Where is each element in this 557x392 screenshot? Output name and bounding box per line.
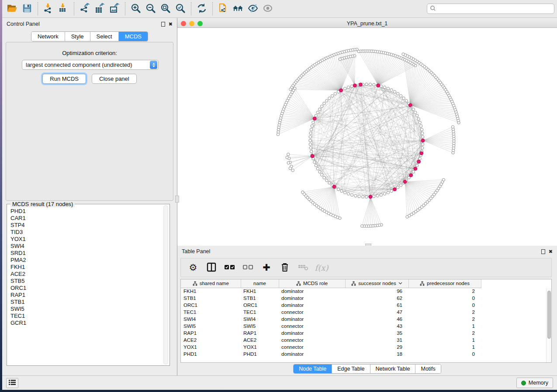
trash-icon bbox=[280, 262, 289, 273]
new-network-from-selection-button[interactable] bbox=[216, 2, 231, 16]
import-network-button[interactable] bbox=[41, 2, 56, 16]
run-mcds-button[interactable]: Run MCDS bbox=[42, 74, 86, 84]
table-row[interactable]: STB1STB1dominator620 bbox=[181, 295, 481, 302]
select-all-rows-button[interactable] bbox=[224, 261, 236, 274]
close-panel-button[interactable]: Close panel bbox=[92, 74, 137, 84]
table-row[interactable]: RAP1RAP1dominator352 bbox=[181, 330, 481, 337]
table-row[interactable]: FKH1FKH1dominator962 bbox=[181, 288, 481, 295]
list-item[interactable]: TID3 bbox=[10, 229, 161, 236]
tab-select[interactable]: Select bbox=[90, 32, 119, 41]
delete-table-button[interactable] bbox=[297, 261, 309, 274]
list-item[interactable]: RAP1 bbox=[10, 292, 161, 299]
export-image-button[interactable] bbox=[107, 2, 122, 16]
table-scrollbar-thumb[interactable] bbox=[547, 291, 551, 339]
list-item[interactable]: SRD1 bbox=[10, 250, 161, 257]
column-header-shared-name[interactable]: shared name bbox=[181, 279, 241, 288]
vertical-splitter-handle[interactable] bbox=[175, 196, 179, 203]
float-panel-icon[interactable] bbox=[541, 249, 545, 254]
list-item[interactable]: STB1 bbox=[10, 299, 161, 306]
list-item[interactable]: YOX1 bbox=[10, 236, 161, 243]
column-header-successor-nodes[interactable]: successor nodes bbox=[345, 279, 408, 288]
export-image-icon bbox=[109, 3, 120, 15]
list-item[interactable]: CAR1 bbox=[10, 215, 161, 222]
refresh-layout-button[interactable] bbox=[194, 2, 209, 16]
search-input[interactable] bbox=[438, 6, 551, 12]
column-header-name[interactable]: name bbox=[241, 279, 279, 288]
table-row[interactable]: SWI4SWI4dominator462 bbox=[181, 316, 481, 323]
list-item[interactable]: SWI5 bbox=[10, 306, 161, 313]
mcds-list-scrollbar[interactable] bbox=[163, 205, 168, 364]
delete-column-button[interactable] bbox=[279, 261, 291, 274]
export-network-button[interactable] bbox=[77, 2, 92, 16]
close-panel-icon[interactable]: ✖ bbox=[169, 22, 173, 27]
first-neighbors-button[interactable] bbox=[231, 2, 246, 16]
tab-network[interactable]: Network bbox=[31, 32, 65, 41]
tab-network-table[interactable]: Network Table bbox=[370, 364, 416, 373]
tree-icon bbox=[420, 281, 425, 286]
table-delete-icon bbox=[298, 263, 308, 272]
list-item[interactable]: ORC1 bbox=[10, 285, 161, 292]
export-table-button[interactable] bbox=[92, 2, 107, 16]
open-file-button[interactable] bbox=[5, 2, 20, 16]
eye-slash-icon bbox=[248, 3, 258, 15]
optimization-criterion-label: Optimization criterion: bbox=[6, 50, 173, 56]
list-item[interactable]: GCR1 bbox=[10, 320, 161, 327]
tab-style[interactable]: Style bbox=[65, 32, 90, 41]
table-row[interactable]: PHD1PHD1dominator180 bbox=[181, 351, 481, 358]
table-row[interactable]: ACE2ACE2connector311 bbox=[181, 337, 481, 344]
table-panel: Table Panel ✖ ⚙ ✚ f(x) bbox=[177, 246, 557, 375]
table-panel-header: Table Panel ✖ bbox=[177, 246, 557, 257]
list-item[interactable]: ACE2 bbox=[10, 271, 161, 278]
zoom-out-icon bbox=[145, 3, 156, 15]
table-toolbar: ⚙ ✚ f(x) bbox=[180, 258, 552, 277]
import-table-button[interactable] bbox=[56, 2, 71, 16]
float-panel-icon[interactable] bbox=[161, 22, 165, 27]
network-titlebar[interactable]: YPA_prune.txt_1 bbox=[177, 19, 557, 28]
list-item[interactable]: STB5 bbox=[10, 278, 161, 285]
table-row[interactable]: ORC1ORC1dominator610 bbox=[181, 302, 481, 309]
zoom-selected-button[interactable] bbox=[173, 2, 188, 16]
show-all-button[interactable] bbox=[260, 2, 275, 16]
zoom-in-button[interactable] bbox=[128, 2, 143, 16]
list-item[interactable]: PMA2 bbox=[10, 257, 161, 264]
function-builder-button[interactable]: f(x) bbox=[315, 261, 328, 274]
network-canvas[interactable] bbox=[177, 28, 557, 246]
deselect-all-rows-button[interactable] bbox=[242, 261, 254, 274]
close-panel-icon[interactable]: ✖ bbox=[549, 249, 553, 254]
list-item[interactable]: SWI4 bbox=[10, 243, 161, 250]
memory-button[interactable]: Memory bbox=[516, 378, 553, 388]
table-row[interactable]: SWI5SWI5connector431 bbox=[181, 323, 481, 330]
list-item[interactable]: PHD1 bbox=[10, 208, 161, 215]
task-history-button[interactable] bbox=[6, 378, 18, 388]
add-column-button[interactable]: ✚ bbox=[260, 261, 273, 274]
table-scrollbar[interactable] bbox=[546, 288, 551, 362]
table-row[interactable]: YOX1YOX1connector291 bbox=[181, 344, 481, 351]
table-row[interactable]: TEC1TEC1connector472 bbox=[181, 309, 481, 316]
column-header-predecessor-nodes[interactable]: predecessor nodes bbox=[408, 279, 481, 288]
search-field[interactable] bbox=[427, 3, 554, 14]
gear-icon: ⚙ bbox=[189, 262, 197, 273]
column-header-mcds-role[interactable]: MCDS role bbox=[279, 279, 345, 288]
tab-mcds[interactable]: MCDS bbox=[119, 32, 148, 41]
save-session-button[interactable] bbox=[20, 2, 35, 16]
eye-icon bbox=[263, 3, 273, 15]
zoom-fit-button[interactable] bbox=[158, 2, 173, 16]
tab-edge-table[interactable]: Edge Table bbox=[332, 364, 370, 373]
network-graph bbox=[177, 28, 557, 246]
sort-descending-icon bbox=[398, 282, 402, 285]
list-item[interactable]: FKH1 bbox=[10, 264, 161, 271]
show-columns-button[interactable] bbox=[205, 261, 218, 274]
table-header-row: shared name name MCDS role successor nod… bbox=[181, 279, 481, 288]
open-folder-icon bbox=[7, 3, 18, 15]
list-icon bbox=[9, 379, 16, 387]
hide-selected-button[interactable] bbox=[246, 2, 260, 16]
list-item[interactable]: TEC1 bbox=[10, 313, 161, 320]
optimization-criterion-select[interactable]: largest connected component (undirected) bbox=[22, 60, 159, 70]
list-item[interactable]: STP4 bbox=[10, 222, 161, 229]
table-settings-button[interactable]: ⚙ bbox=[187, 261, 199, 274]
tab-node-table[interactable]: Node Table bbox=[294, 364, 332, 373]
checked-boxes-icon bbox=[225, 264, 235, 272]
tab-motifs[interactable]: Motifs bbox=[415, 364, 440, 373]
zoom-out-button[interactable] bbox=[143, 2, 158, 16]
mcds-result-list[interactable]: PHD1 CAR1 STP4 TID3 YOX1 SWI4 SRD1 PMA2 … bbox=[10, 208, 161, 363]
